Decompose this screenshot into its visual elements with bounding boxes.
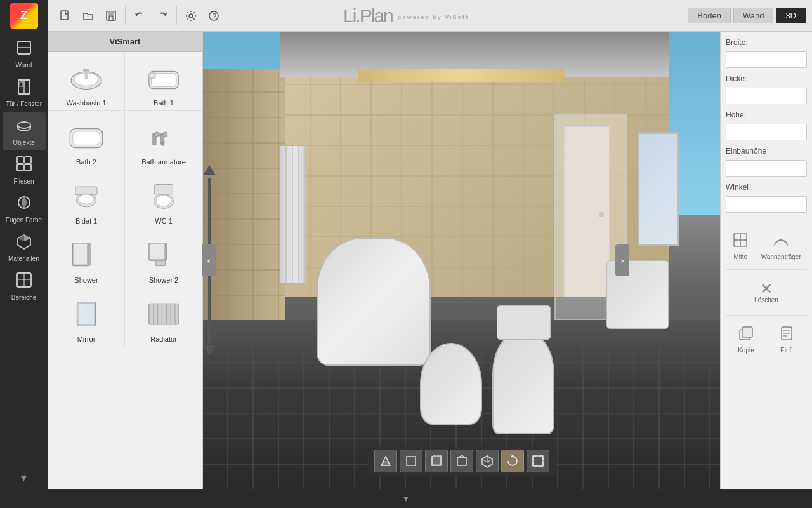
separator3 (726, 315, 807, 316)
redo-button[interactable] (151, 4, 174, 27)
svg-rect-57 (155, 260, 165, 266)
dicke-input[interactable] (726, 92, 812, 100)
room-left-wall (203, 69, 285, 320)
view-perspective-button[interactable] (374, 450, 397, 472)
svg-marker-72 (432, 455, 441, 464)
wand-label: Wand (16, 62, 32, 69)
einbauhohe-input-row: − + (726, 160, 807, 177)
bidet-3d (420, 343, 482, 425)
object-item-bath1[interactable]: Bath 1 (125, 52, 202, 111)
svg-rect-73 (457, 458, 466, 465)
svg-point-6 (189, 14, 193, 18)
einf-button[interactable]: Einf. (778, 324, 796, 354)
nav-scroll-down[interactable]: ▼ (14, 467, 34, 489)
object-item-washbasin1[interactable]: Washbasin 1 (48, 52, 125, 111)
mitte-label: Mitte (733, 253, 747, 260)
object-item-bath2[interactable]: Bath 2 (48, 111, 125, 170)
object-item-bidet1[interactable]: Bidet 1 (48, 170, 125, 229)
breite-input[interactable] (726, 56, 812, 64)
einbauhohe-label: Einbauhöhe (726, 147, 807, 156)
properties-panel: Breite: − + Dicke: − + Höhe: − + Ei (720, 32, 812, 489)
view-iso-button[interactable] (476, 450, 499, 472)
svg-rect-19 (25, 157, 31, 163)
loschen-button[interactable]: ✕ Löschen (726, 281, 807, 304)
shower2-label: Shower 2 (149, 276, 178, 284)
shower-icon (64, 236, 108, 274)
shower2-icon (141, 236, 186, 274)
view-wand-button[interactable]: Wand (733, 8, 773, 23)
wannentrager-button[interactable]: Wannenträger (761, 231, 801, 260)
3d-viewport[interactable]: › (203, 32, 720, 489)
objekte-icon (15, 116, 33, 138)
svg-rect-20 (17, 164, 23, 171)
wand-icon (15, 39, 33, 60)
sidebar-item-tur-fenster[interactable]: Tür / Fenster (3, 74, 46, 111)
mitte-button[interactable]: Mitte (731, 231, 749, 260)
app-title: Li.Plan powered by ViSoft (343, 5, 469, 27)
sidebar-item-fugen-farbe[interactable]: Fugen Farbe (3, 190, 46, 227)
loschen-x-icon: ✕ (760, 281, 773, 297)
view-3d-button[interactable]: 3D (776, 8, 806, 23)
app-logo: Z (0, 0, 48, 32)
left-wall-tiles (203, 69, 285, 320)
settings-button[interactable] (180, 4, 202, 27)
winkel-section: Winkel − + (726, 183, 807, 213)
svg-rect-13 (20, 82, 23, 86)
object-item-bath-armature[interactable]: Bath armature (125, 111, 202, 170)
save-button[interactable] (100, 4, 122, 27)
fliesen-label: Fliesen (13, 178, 34, 185)
svg-rect-2 (108, 11, 114, 15)
tur-fenster-label: Tür / Fenster (6, 100, 42, 107)
breite-section: Breite: − + (726, 38, 807, 68)
radiator-3d (280, 146, 306, 283)
winkel-input-row: − + (726, 196, 807, 213)
view-cube-left-button[interactable] (425, 450, 448, 472)
winkel-input[interactable] (726, 201, 812, 208)
object-item-mirror[interactable]: Mirror (48, 288, 125, 347)
object-item-radiator[interactable]: Radiator (125, 288, 202, 347)
panel-collapse-button[interactable]: ‹ (202, 244, 216, 276)
sidebar-item-fliesen[interactable]: Fliesen (3, 151, 46, 189)
breite-input-row: − + (726, 51, 807, 68)
kopie-button[interactable]: Kopie (737, 324, 755, 354)
object-item-wc1[interactable]: WC 1 (125, 170, 202, 229)
washbasin1-icon (64, 59, 108, 97)
hohe-input[interactable] (726, 128, 812, 136)
shower-label: Shower (74, 276, 98, 284)
bathtub-3d (317, 237, 430, 366)
new-button[interactable] (54, 4, 77, 27)
main-area: Wand Tür / Fenster Objekte Fliesen Fugen… (0, 32, 812, 489)
app-logo-icon: Z (10, 3, 38, 29)
view-cube-front-button[interactable] (400, 450, 422, 472)
help-button[interactable]: ? (202, 4, 225, 27)
washbasin1-label: Washbasin 1 (66, 99, 106, 107)
bath-armature-icon (141, 118, 186, 156)
loschen-label: Löschen (754, 297, 778, 304)
ceiling-light (358, 69, 565, 83)
view-boden-button[interactable]: Boden (688, 8, 731, 23)
sidebar-item-objekte[interactable]: Objekte (3, 112, 46, 150)
kopie-icon (737, 324, 755, 345)
svg-rect-80 (533, 456, 543, 466)
winkel-label: Winkel (726, 183, 807, 192)
undo-button[interactable] (128, 4, 151, 27)
scene-background (203, 32, 720, 489)
bottom-nav-arrow[interactable]: ▼ (402, 493, 410, 504)
svg-rect-3 (109, 16, 113, 20)
svg-rect-32 (83, 69, 89, 71)
open-button[interactable] (77, 4, 100, 27)
view-rotate-button[interactable] (501, 450, 524, 472)
sidebar-item-wand[interactable]: Wand (3, 35, 46, 72)
left-navigation: Wand Tür / Fenster Objekte Fliesen Fugen… (0, 32, 48, 489)
object-item-shower[interactable]: Shower (48, 229, 125, 288)
object-item-shower2[interactable]: Shower 2 (125, 229, 202, 288)
einbauhohe-input[interactable] (726, 164, 812, 172)
svg-point-46 (79, 194, 94, 204)
view-fullscreen-button[interactable] (527, 450, 549, 472)
view-cube-top-button[interactable] (450, 450, 473, 472)
svg-point-40 (154, 132, 159, 137)
sidebar-item-bereiche[interactable]: Bereiche (3, 267, 46, 305)
right-panel-expand-button[interactable]: › (615, 244, 629, 276)
fugen-farbe-label: Fugen Farbe (6, 217, 42, 224)
sidebar-item-materialien[interactable]: Materialien (3, 229, 46, 266)
